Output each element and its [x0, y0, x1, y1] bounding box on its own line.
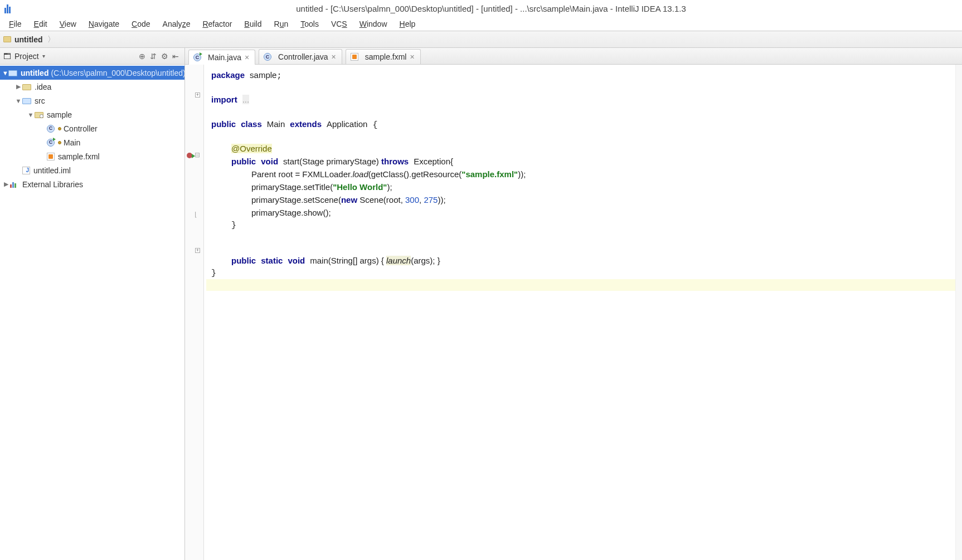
tree-iml-file[interactable]: J untitled.iml — [0, 163, 184, 177]
fold-expand-icon[interactable]: + — [195, 248, 200, 253]
project-tool-header: 🗔 Project ▾ ⊕ ⇵ ⚙ ⇤ — [0, 48, 184, 65]
vcs-status-icon — [58, 127, 61, 130]
fold-expand-icon[interactable]: + — [195, 92, 200, 98]
settings-gear-icon[interactable]: ⚙ — [159, 51, 170, 62]
tree-external-libraries[interactable]: ▶ External Libraries — [0, 177, 184, 191]
tab-main-java[interactable]: C Main.java × — [188, 50, 255, 65]
menu-vcs[interactable]: VCS — [325, 18, 353, 30]
module-icon — [8, 70, 17, 76]
close-icon[interactable]: × — [332, 52, 336, 61]
expand-icon[interactable]: ▼ — [27, 111, 35, 118]
project-tool-title[interactable]: Project — [14, 52, 39, 61]
runnable-class-icon: C — [193, 53, 201, 61]
tree-idea-folder[interactable]: ▶ .idea — [0, 80, 184, 94]
folder-icon — [22, 84, 31, 90]
tree-controller-class[interactable]: C Controller — [0, 121, 184, 135]
expand-icon[interactable]: ▼ — [2, 70, 8, 76]
window-titlebar: untitled - [C:\Users\palmn_000\Desktop\u… — [0, 0, 962, 17]
menu-window[interactable]: Window — [354, 18, 393, 30]
collapse-all-button[interactable]: ⇵ — [148, 51, 159, 62]
libraries-icon — [10, 181, 19, 188]
fxml-file-icon — [351, 53, 358, 61]
editor-area: C Main.java × C Controller.java × sample… — [185, 48, 962, 560]
menu-bar: File Edit View Navigate Code Analyze Ref… — [0, 17, 962, 31]
project-tree[interactable]: ▼ untitled (C:\Users\palmn_000\Desktop\u… — [0, 65, 184, 560]
menu-edit[interactable]: Edit — [28, 18, 53, 30]
menu-run[interactable]: Run — [269, 18, 294, 30]
breadcrumb-project[interactable]: untitled — [14, 35, 43, 44]
menu-build[interactable]: Build — [239, 18, 267, 30]
tree-main-class[interactable]: C Main — [0, 135, 184, 149]
package-icon — [35, 112, 43, 118]
editor-tabs: C Main.java × C Controller.java × sample… — [185, 48, 962, 65]
vcs-status-icon — [58, 141, 61, 144]
hide-button[interactable]: ⇤ — [170, 51, 181, 62]
expand-icon[interactable]: ▶ — [2, 181, 10, 188]
tab-controller-java[interactable]: C Controller.java × — [259, 49, 342, 64]
menu-file[interactable]: File — [3, 18, 27, 30]
menu-tools[interactable]: Tools — [295, 18, 324, 30]
close-icon[interactable]: × — [410, 52, 414, 61]
window-title: untitled - [C:\Users\palmn_000\Desktop\u… — [20, 4, 962, 13]
fold-collapse-icon[interactable]: ⊟ — [195, 151, 200, 159]
close-icon[interactable]: × — [245, 53, 249, 62]
folder-icon — [3, 36, 11, 42]
fxml-file-icon — [47, 153, 55, 160]
tab-label: sample.fxml — [365, 52, 407, 61]
code-editor[interactable]: package sample; import ... public class … — [204, 65, 955, 560]
scroll-to-source-button[interactable]: ⊕ — [137, 51, 148, 62]
tree-sample-fxml[interactable]: sample.fxml — [0, 149, 184, 163]
menu-view[interactable]: View — [54, 18, 82, 30]
tab-label: Main.java — [208, 53, 241, 62]
tab-label: Controller.java — [278, 52, 328, 61]
tree-sample-package[interactable]: ▼ sample — [0, 108, 184, 121]
class-icon: C — [47, 125, 55, 133]
dropdown-icon[interactable]: ▾ — [42, 53, 45, 59]
project-tool-window: 🗔 Project ▾ ⊕ ⇵ ⚙ ⇤ ▼ untitled (C:\Users… — [0, 48, 185, 560]
class-icon: C — [264, 53, 271, 61]
intellij-logo-icon — [4, 3, 14, 13]
expand-icon[interactable]: ▼ — [14, 98, 22, 104]
menu-analyze[interactable]: Analyze — [157, 18, 196, 30]
chevron-right-icon: 〉 — [47, 35, 55, 45]
fold-end-icon[interactable]: ⌊ — [195, 211, 197, 218]
tab-sample-fxml[interactable]: sample.fxml × — [346, 49, 421, 64]
navigation-bar: untitled 〉 — [0, 31, 962, 48]
override-gutter-icon[interactable] — [187, 153, 192, 158]
tree-root[interactable]: ▼ untitled (C:\Users\palmn_000\Desktop\u… — [0, 66, 184, 80]
iml-file-icon: J — [22, 167, 30, 174]
menu-refactor[interactable]: Refactor — [197, 18, 237, 30]
tree-root-name: untitled — [21, 69, 49, 77]
menu-help[interactable]: Help — [394, 18, 421, 30]
expand-icon[interactable]: ▶ — [14, 83, 22, 90]
editor-gutter[interactable]: + ⊟ ⌊ + — [185, 65, 204, 560]
tree-src-folder[interactable]: ▼ src — [0, 94, 184, 108]
error-stripe[interactable] — [955, 65, 962, 560]
runnable-class-icon: C — [47, 139, 55, 147]
menu-navigate[interactable]: Navigate — [83, 18, 125, 30]
source-folder-icon — [22, 98, 31, 104]
project-view-icon: 🗔 — [3, 52, 11, 61]
menu-code[interactable]: Code — [126, 18, 156, 30]
tree-root-path: (C:\Users\palmn_000\Desktop\untitled) — [51, 69, 184, 77]
